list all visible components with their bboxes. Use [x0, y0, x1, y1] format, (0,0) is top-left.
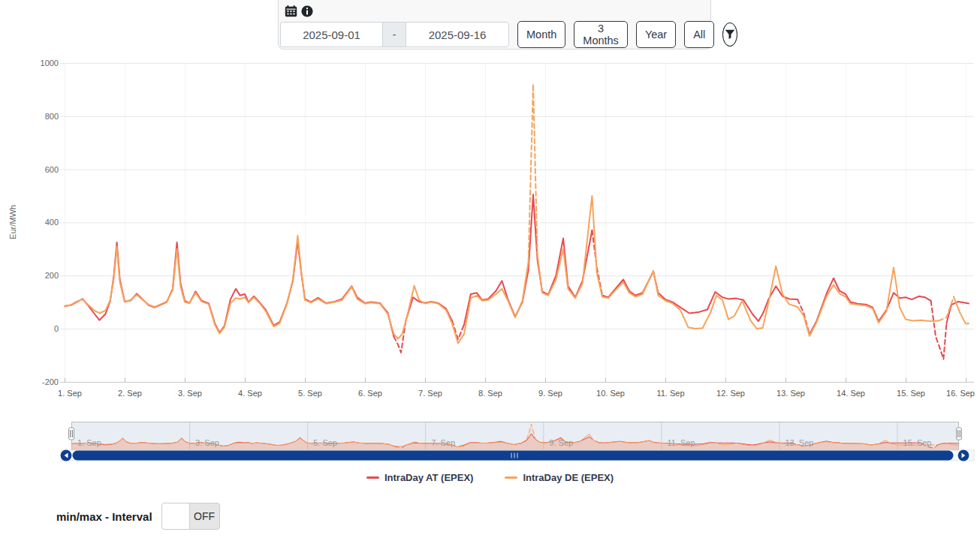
date-range-panel: - Month 3 Months Year All [278, 0, 711, 50]
all-button[interactable]: All [684, 21, 714, 48]
svg-text:1. Sep: 1. Sep [77, 438, 101, 447]
svg-text:9. Sep: 9. Sep [549, 438, 573, 447]
svg-text:200: 200 [45, 271, 59, 280]
month-button[interactable]: Month [517, 21, 565, 48]
svg-text:-200: -200 [42, 377, 59, 386]
y-axis-title: Eur/MWh [8, 205, 17, 239]
date-range-controls: - Month 3 Months Year All [279, 20, 710, 48]
x-axis-labels: 1. Sep2. Sep3. Sep4. Sep5. Sep6. Sep7. S… [58, 389, 975, 398]
calendar-icon[interactable] [285, 5, 297, 17]
series-line-de [65, 236, 529, 343]
series-line-at [65, 241, 394, 336]
info-icon[interactable] [301, 5, 313, 17]
svg-text:3. Sep: 3. Sep [195, 438, 219, 447]
legend: IntraDay AT (EPEX) IntraDay DE (EPEX) [0, 472, 980, 483]
series-line-at [602, 272, 798, 321]
price-chart[interactable]: -200020040060080010001. Sep2. Sep3. Sep4… [0, 0, 980, 467]
svg-text:9. Sep: 9. Sep [538, 389, 562, 398]
svg-text:10. Sep: 10. Sep [596, 389, 625, 398]
svg-text:Eur/MWh: Eur/MWh [8, 205, 17, 239]
svg-text:1000: 1000 [41, 59, 59, 68]
svg-text:5. Sep: 5. Sep [313, 438, 337, 447]
legend-swatch-de-icon [505, 476, 517, 479]
scrollbar[interactable] [61, 450, 974, 461]
year-button[interactable]: Year [636, 21, 676, 48]
svg-text:5. Sep: 5. Sep [298, 389, 322, 398]
navigator-handle-left[interactable] [69, 428, 74, 440]
navigator[interactable]: 1. Sep3. Sep5. Sep7. Sep9. Sep11. Sep13.… [69, 422, 962, 450]
legend-label-at: IntraDay AT (EPEX) [384, 472, 473, 483]
svg-text:11. Sep: 11. Sep [667, 438, 695, 447]
legend-item-intraday-de[interactable]: IntraDay DE (EPEX) [505, 472, 614, 483]
svg-text:600: 600 [45, 165, 59, 174]
series-line-de [538, 196, 939, 336]
scrollbar-thumb[interactable] [73, 451, 954, 461]
svg-text:3. Sep: 3. Sep [178, 389, 202, 398]
svg-text:0: 0 [54, 324, 59, 333]
svg-text:11. Sep: 11. Sep [656, 389, 684, 398]
series-line-at [931, 301, 947, 359]
date-range-group: - [280, 22, 509, 47]
series-line-at [810, 278, 931, 335]
scrollbar-right-button[interactable] [958, 450, 969, 461]
plot-series [65, 84, 969, 359]
svg-text:8. Sep: 8. Sep [478, 389, 502, 398]
toggle-knob[interactable] [162, 503, 190, 529]
svg-text:7. Sep: 7. Sep [418, 389, 442, 398]
scrollbar-left-button[interactable] [61, 450, 72, 461]
svg-text:800: 800 [45, 112, 59, 121]
legend-swatch-at-icon [366, 476, 379, 479]
minmax-toggle[interactable]: OFF [161, 503, 220, 530]
series-line-de [939, 297, 954, 321]
svg-text:15. Sep: 15. Sep [903, 438, 932, 447]
date-from-input[interactable] [280, 22, 382, 47]
panel-icon-row [279, 0, 710, 20]
filter-funnel-icon [723, 28, 737, 41]
svg-text:12. Sep: 12. Sep [716, 389, 745, 398]
three-months-button[interactable]: 3 Months [574, 21, 628, 48]
minmax-interval-label: min/max - Interval [56, 510, 152, 523]
legend-item-intraday-at[interactable]: IntraDay AT (EPEX) [366, 472, 473, 483]
svg-text:14. Sep: 14. Sep [837, 389, 865, 398]
y-axis-labels: -20002004006008001000 [41, 59, 59, 386]
svg-text:7. Sep: 7. Sep [431, 438, 455, 447]
minmax-interval-row: min/max - Interval OFF [56, 503, 220, 530]
x-axis [60, 378, 974, 383]
svg-text:13. Sep: 13. Sep [776, 389, 805, 398]
date-to-input[interactable] [406, 22, 509, 47]
svg-text:15. Sep: 15. Sep [897, 389, 925, 398]
svg-text:13. Sep: 13. Sep [785, 438, 813, 447]
svg-text:2. Sep: 2. Sep [118, 389, 142, 398]
svg-text:6. Sep: 6. Sep [358, 389, 382, 398]
svg-text:400: 400 [45, 218, 59, 227]
svg-text:1. Sep: 1. Sep [58, 389, 82, 398]
navigator-handle-right[interactable] [957, 428, 962, 440]
legend-label-de: IntraDay DE (EPEX) [523, 472, 614, 483]
svg-text:16. Sep: 16. Sep [946, 389, 975, 398]
svg-text:4. Sep: 4. Sep [238, 389, 262, 398]
y-gridlines [60, 64, 974, 383]
series-line-at [592, 230, 602, 296]
toggle-state-label: OFF [190, 503, 219, 529]
date-separator: - [382, 22, 406, 47]
